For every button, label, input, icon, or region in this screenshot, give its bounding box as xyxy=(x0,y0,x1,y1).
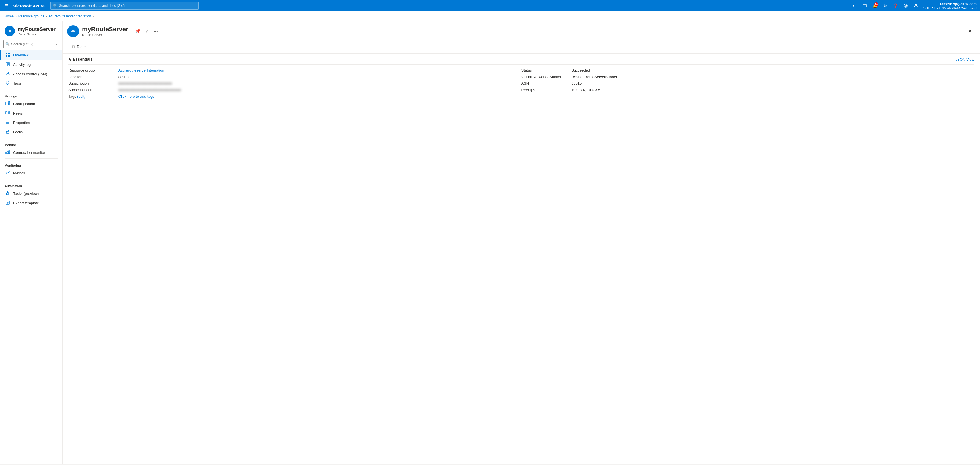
resource-page-title: myRouteServer xyxy=(82,25,129,33)
svg-point-15 xyxy=(7,72,8,73)
sep-resource-group: : xyxy=(116,68,117,72)
more-options-icon[interactable]: ••• xyxy=(153,29,159,35)
sidebar-navigation: Overview Activity log Access control (IA… xyxy=(0,51,62,465)
sidebar-divider-monitoring xyxy=(5,158,58,159)
value-status: Succeeded xyxy=(571,68,590,72)
value-tags: Click here to add tags xyxy=(118,94,154,99)
value-subscription-id: ●●●●●●●●●●●●●●●●●●●●●●●●●●●● xyxy=(118,88,181,92)
sidebar-resource-icon xyxy=(5,26,15,36)
svg-rect-19 xyxy=(8,102,10,105)
sidebar-divider-automation xyxy=(5,179,58,179)
sidebar-item-tasks[interactable]: Tasks (preview) xyxy=(0,189,62,198)
add-tags-link[interactable]: Click here to add tags xyxy=(118,94,154,99)
user-account-icon[interactable] xyxy=(912,1,921,10)
user-org-name: CITRIX (CITRIX.ONMICROSOFT.C...) xyxy=(923,6,977,10)
hamburger-menu[interactable]: ☰ xyxy=(3,2,10,10)
json-view-link[interactable]: JSON View xyxy=(956,57,974,62)
sidebar-search-icon: 🔍 xyxy=(5,42,10,46)
value-subscription: ●●●●●●●●●●●●●●●●●●●●●●●● xyxy=(118,81,172,86)
sidebar-section-monitor: Monitor xyxy=(0,139,62,148)
settings-icon[interactable]: ⚙ xyxy=(881,1,890,10)
directory-icon[interactable] xyxy=(860,1,869,10)
label-resource-group: Resource group xyxy=(68,68,114,72)
svg-point-2 xyxy=(904,4,907,7)
sidebar-item-access-control[interactable]: Access control (IAM) xyxy=(0,69,62,79)
value-asn: 65515 xyxy=(571,81,582,86)
essentials-title[interactable]: ∧ Essentials xyxy=(68,57,92,62)
sidebar-item-locks[interactable]: Locks xyxy=(0,127,62,137)
favorite-icon[interactable]: ☆ xyxy=(144,28,150,35)
sidebar-item-overview[interactable]: Overview xyxy=(0,51,62,60)
delete-icon: 🗑 xyxy=(72,45,75,49)
svg-rect-1 xyxy=(863,4,866,7)
resource-group-link[interactable]: AzurerouteserverIntegration xyxy=(118,68,164,72)
sidebar-item-metrics[interactable]: Metrics xyxy=(0,169,62,178)
export-template-icon xyxy=(5,200,10,206)
sidebar-section-automation: Automation xyxy=(0,180,62,189)
sidebar-search-container: 🔍 « xyxy=(3,40,59,48)
sidebar-item-export-template[interactable]: Export template xyxy=(0,198,62,208)
sidebar-collapse-button[interactable]: « xyxy=(54,40,59,48)
sidebar-section-monitoring: Monitoring xyxy=(0,160,62,169)
essentials-right-column: Status : Succeeded Virtual Network / Sub… xyxy=(522,68,975,99)
delete-button[interactable]: 🗑 Delete xyxy=(68,43,91,51)
activity-log-icon xyxy=(5,62,10,67)
sidebar-item-connection-monitor[interactable]: Connection monitor xyxy=(0,148,62,157)
breadcrumb-sep-2: › xyxy=(46,14,47,18)
essentials-left-column: Resource group : AzurerouteserverIntegra… xyxy=(68,68,522,99)
sidebar-item-label-export-template: Export template xyxy=(13,201,39,205)
sidebar-item-label-tasks: Tasks (preview) xyxy=(13,191,39,196)
connection-monitor-icon xyxy=(5,150,10,155)
pin-icon[interactable]: 📌 xyxy=(134,28,142,35)
breadcrumb-resource-groups[interactable]: Resource groups xyxy=(18,14,44,18)
close-panel-button[interactable]: ✕ xyxy=(966,27,974,36)
main-layout: myRouteServer Route Server 🔍 « Overview xyxy=(0,21,980,465)
essentials-header: ∧ Essentials JSON View xyxy=(68,54,974,65)
notifications-icon[interactable]: 🔔 10 xyxy=(870,1,880,10)
breadcrumb-sep-3: › xyxy=(93,14,94,18)
value-vnet-subnet: RSvnet/RouteServerSubnet xyxy=(571,75,617,79)
breadcrumb-integration[interactable]: AzurerouteserverIntegration xyxy=(49,14,91,18)
cloud-shell-icon[interactable] xyxy=(850,1,859,10)
breadcrumb-home[interactable]: Home xyxy=(5,14,14,18)
sidebar: myRouteServer Route Server 🔍 « Overview xyxy=(0,21,63,465)
label-status: Status xyxy=(522,68,567,72)
sep-asn: : xyxy=(569,81,570,86)
sep-tags: : xyxy=(116,94,117,99)
resource-header-icon xyxy=(67,25,79,37)
svg-rect-20 xyxy=(6,112,7,114)
svg-point-31 xyxy=(7,192,8,193)
access-control-icon xyxy=(5,71,10,76)
sidebar-item-activity-log[interactable]: Activity log xyxy=(0,60,62,69)
sidebar-item-peers[interactable]: Peers xyxy=(0,108,62,118)
nav-icons-group: 🔔 10 ⚙ ❓ ramesh.vp@citrix.com CITRIX (CI… xyxy=(850,1,977,10)
resource-page-type: Route Server xyxy=(82,33,129,37)
tags-edit-link[interactable]: (edit) xyxy=(77,94,86,99)
svg-rect-21 xyxy=(8,112,10,114)
sidebar-item-properties[interactable]: Properties xyxy=(0,118,62,127)
svg-rect-9 xyxy=(6,55,7,57)
sep-location: : xyxy=(116,75,117,79)
content-toolbar: 🗑 Delete xyxy=(63,40,980,54)
essentials-row-vnet-subnet: Virtual Network / Subnet : RSvnet/RouteS… xyxy=(522,75,975,79)
main-content: myRouteServer Route Server 📌 ☆ ••• ✕ 🗑 D… xyxy=(63,21,980,465)
label-peer-ips: Peer Ips xyxy=(522,88,567,92)
sidebar-item-label-locks: Locks xyxy=(13,130,23,134)
search-placeholder-text: Search resources, services, and docs (G+… xyxy=(59,4,125,8)
feedback-icon[interactable] xyxy=(901,1,910,10)
sep-subscription: : xyxy=(116,81,117,86)
sidebar-item-tags[interactable]: Tags xyxy=(0,79,62,88)
sidebar-resource-type: Route Server xyxy=(18,32,56,36)
user-info-panel[interactable]: ramesh.vp@citrix.com CITRIX (CITRIX.ONMI… xyxy=(923,2,977,10)
tags-icon xyxy=(5,81,10,86)
sidebar-search-input[interactable] xyxy=(3,40,59,48)
help-icon[interactable]: ❓ xyxy=(891,1,900,10)
svg-point-33 xyxy=(8,194,10,194)
sidebar-item-label-connection-monitor: Connection monitor xyxy=(13,150,45,155)
label-location: Location xyxy=(68,75,114,79)
label-asn: ASN xyxy=(522,81,567,86)
sidebar-item-label-configuration: Configuration xyxy=(13,102,35,106)
sidebar-item-configuration[interactable]: Configuration xyxy=(0,99,62,108)
global-search-bar[interactable]: 🔍 Search resources, services, and docs (… xyxy=(51,2,199,10)
svg-point-32 xyxy=(6,194,7,194)
